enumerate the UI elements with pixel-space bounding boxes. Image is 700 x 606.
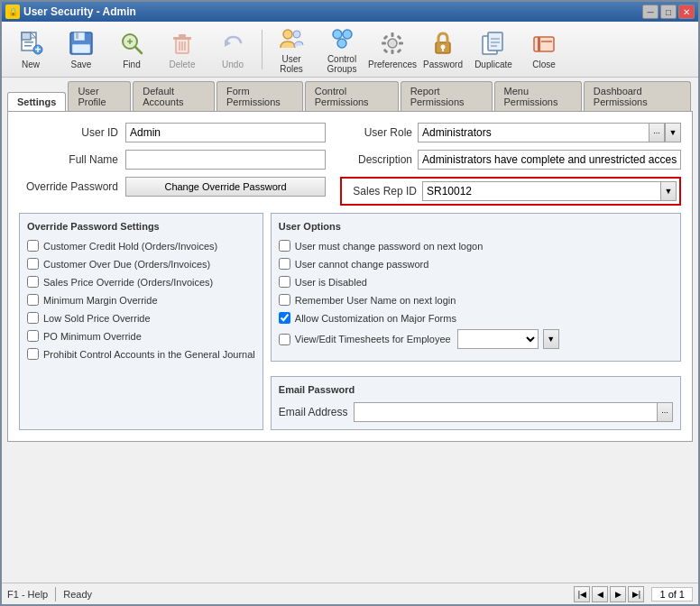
tab-menu-permissions[interactable]: Menu Permissions [494,81,582,111]
sales-rep-id-dropdown-button[interactable]: ▼ [660,181,677,201]
tab-control-permissions[interactable]: Control Permissions [305,81,399,111]
override-password-label: Override Password [19,180,118,193]
email-address-row: Email Address ··· [279,402,673,422]
close-button[interactable]: Close [520,26,567,73]
maximize-button[interactable]: □ [660,5,677,19]
find-button[interactable]: Find [108,26,155,73]
user-role-select-container: ··· ▼ [418,123,681,142]
change-pw-checkbox[interactable] [279,240,290,252]
svg-rect-45 [538,37,540,51]
sales-rep-id-row: Sales Rep ID ▼ [340,177,681,206]
password-button[interactable]: Password [419,26,466,73]
full-name-row: Full Name [19,150,326,170]
svg-point-24 [333,30,342,39]
svg-point-37 [441,45,446,50]
override-password-group-title: Override Password Settings [27,221,255,232]
email-address-input[interactable] [354,402,657,422]
timesheets-label: View/Edit Timesheets for Employee [295,334,451,344]
user-role-label: User Role [340,126,412,139]
tab-settings[interactable]: Settings [7,92,66,111]
timesheets-employee-select[interactable] [457,329,539,349]
user-id-row: User ID [19,123,326,142]
tab-form-permissions[interactable]: Form Permissions [216,81,303,111]
cannot-change-pw-checkbox[interactable] [279,258,290,270]
tab-user-profile[interactable]: User Profile [68,81,131,111]
low-sold-checkbox[interactable] [27,312,39,324]
toolbar-separator-1 [262,30,262,69]
nav-last-button[interactable]: ▶| [628,586,644,602]
disabled-checkbox[interactable] [279,276,290,288]
cc-hold-label: Customer Credit Hold (Orders/Invoices) [43,241,217,252]
tab-default-accounts[interactable]: Default Accounts [133,81,215,111]
control-groups-icon [327,25,356,52]
content-area: Settings User Profile Default Accounts F… [2,78,698,583]
svg-point-25 [343,30,352,39]
user-id-input[interactable] [125,123,326,142]
user-roles-button[interactable]: User Roles [268,26,315,73]
main-window: 🔒 User Security - Admin ─ □ ✕ + [0,0,700,606]
checkbox-low-sold: Low Sold Price Override [27,311,255,325]
nav-next-button[interactable]: ▶ [610,586,626,602]
over-due-checkbox[interactable] [27,258,39,270]
close-window-button[interactable]: ✕ [678,5,695,19]
user-role-browse-button[interactable]: ··· [649,123,665,142]
undo-button[interactable]: Undo [209,26,256,73]
sales-price-checkbox[interactable] [27,276,39,288]
sales-rep-id-field[interactable] [422,181,660,201]
tab-dashboard-permissions[interactable]: Dashboard Permissions [584,81,691,111]
over-due-label: Customer Over Due (Orders/Invoices) [43,259,210,270]
email-browse-button[interactable]: ··· [657,402,673,422]
timesheets-dropdown-btn[interactable]: ▼ [543,329,559,349]
svg-rect-38 [442,49,444,51]
nav-first-button[interactable]: |◀ [574,586,590,602]
title-bar: 🔒 User Security - Admin ─ □ ✕ [2,2,698,22]
nav-prev-button[interactable]: ◀ [592,586,608,602]
minimize-button[interactable]: ─ [642,5,659,19]
svg-rect-9 [76,32,78,39]
email-password-title: Email Password [279,384,673,395]
description-row: Description [340,150,681,170]
po-min-checkbox[interactable] [27,330,39,342]
allow-customization-checkbox[interactable] [279,312,290,324]
svg-rect-35 [397,49,402,54]
delete-button[interactable]: Delete [159,26,206,73]
find-label: Find [123,60,140,69]
cc-hold-checkbox[interactable] [27,240,39,252]
checkbox-change-pw: User must change password on next logon [279,239,673,252]
disabled-label: User is Disabled [295,277,367,288]
save-button[interactable]: Save [58,26,105,73]
password-icon [428,29,457,58]
po-min-label: PO Minimum Override [43,331,142,342]
description-field [418,150,681,170]
user-role-row: User Role ··· ▼ [340,123,681,142]
sales-rep-id-select-container: ▼ [422,181,677,201]
full-name-input[interactable] [125,150,326,170]
control-groups-button[interactable]: Control Groups [318,26,365,73]
remember-user-checkbox[interactable] [279,294,290,306]
svg-rect-34 [383,49,389,54]
allow-customization-label: Allow Customization on Major Forms [295,313,456,324]
svg-rect-32 [383,35,389,41]
svg-rect-10 [72,44,90,53]
tab-report-permissions[interactable]: Report Permissions [401,81,493,111]
app-icon: 🔒 [5,5,20,19]
email-password-group: Email Password Email Address ··· [271,376,681,430]
user-role-dropdown-button[interactable]: ▼ [665,123,681,142]
duplicate-button[interactable]: Duplicate [470,26,517,73]
change-pw-label: User must change password on next logon [295,241,484,252]
toolbar: + New Save [2,22,698,78]
svg-line-12 [135,47,142,53]
checkbox-prohibit: Prohibit Control Accounts in the General… [27,347,255,361]
checkbox-disabled: User is Disabled [279,275,673,289]
password-label: Password [423,60,463,69]
change-override-password-button[interactable]: Change Override Password [125,177,326,197]
user-role-field[interactable] [418,123,649,142]
svg-point-27 [388,39,397,48]
preferences-button[interactable]: Preferences [369,26,416,73]
svg-text:+: + [34,43,41,56]
delete-icon [168,29,197,58]
prohibit-checkbox[interactable] [27,348,39,360]
min-margin-checkbox[interactable] [27,294,39,306]
new-button[interactable]: + New [7,26,54,73]
timesheets-checkbox[interactable] [279,334,290,345]
